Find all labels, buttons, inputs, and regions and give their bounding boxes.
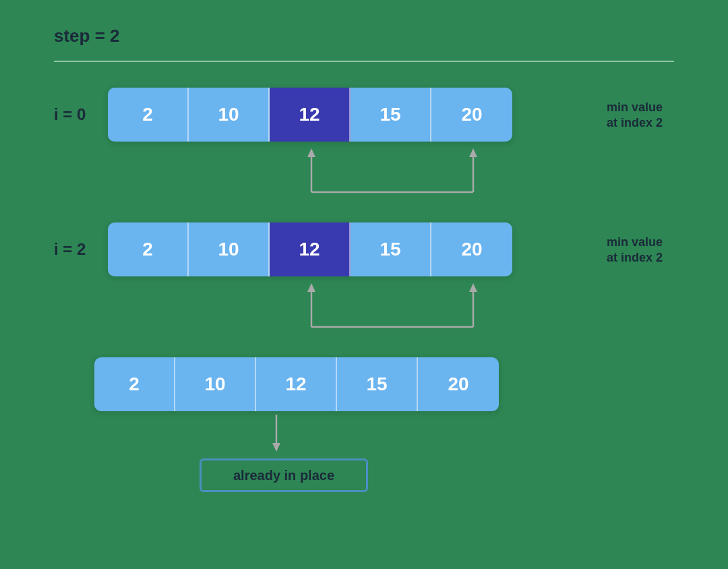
svg-marker-6 [307, 283, 315, 292]
row-2-annotation: min value at index 2 [607, 235, 663, 266]
row2-cell-2: 12 [270, 222, 351, 276]
divider [54, 61, 674, 62]
row1-cell-1: 10 [189, 88, 270, 142]
row2-cell-0: 2 [108, 222, 189, 276]
row-2-arrow-svg [108, 280, 485, 334]
row3-cell-3: 15 [337, 357, 418, 411]
svg-marker-3 [469, 148, 477, 157]
svg-marker-1 [307, 148, 315, 157]
row-1-annotation: min value at index 2 [607, 100, 663, 131]
row1-cell-0: 2 [108, 88, 189, 142]
already-in-place-label: already in place [233, 468, 334, 483]
row-3-down-arrow [256, 415, 297, 455]
row-2-label: i = 2 [54, 240, 108, 259]
row3-cell-4: 20 [418, 357, 499, 411]
row1-cell-3: 15 [351, 88, 431, 142]
step-label: step = 2 [54, 26, 120, 47]
page-container: step = 2 i = 0 2 10 12 15 20 min value a… [0, 0, 728, 569]
row-3-wrapper: 2 10 12 15 20 [94, 357, 499, 411]
row-1-arrow-svg [108, 145, 485, 199]
row-1-array: 2 10 12 15 20 [108, 88, 512, 142]
already-in-place-box: already in place [200, 458, 368, 492]
row3-cell-1: 10 [175, 357, 256, 411]
row-3-array: 2 10 12 15 20 [94, 357, 499, 411]
svg-marker-8 [469, 283, 477, 292]
svg-marker-11 [272, 443, 280, 452]
row1-cell-4: 20 [431, 88, 512, 142]
row3-cell-2: 12 [256, 357, 337, 411]
row2-cell-1: 10 [189, 222, 270, 276]
row-2-array: 2 10 12 15 20 [108, 222, 512, 276]
row-2-wrapper: i = 2 2 10 12 15 20 [54, 222, 512, 276]
row2-cell-4: 20 [431, 222, 512, 276]
row-1-wrapper: i = 0 2 10 12 15 20 [54, 88, 512, 142]
row2-cell-3: 15 [351, 222, 431, 276]
row3-cell-0: 2 [94, 357, 175, 411]
row-1-label: i = 0 [54, 105, 108, 124]
row1-cell-2: 12 [270, 88, 351, 142]
